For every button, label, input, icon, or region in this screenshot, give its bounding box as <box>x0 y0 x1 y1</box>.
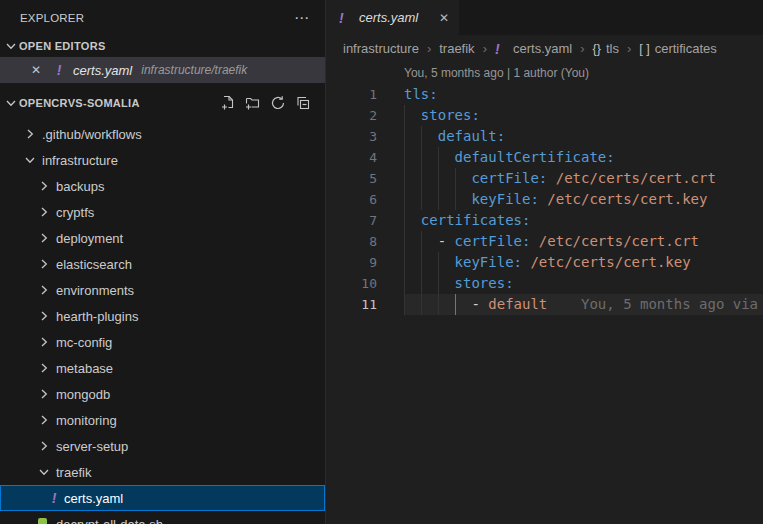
breadcrumb-item-traefik[interactable]: traefik <box>439 41 474 56</box>
tree-item-label: environments <box>56 283 134 298</box>
tree-item-mongodb[interactable]: mongodb <box>0 381 325 407</box>
close-icon[interactable]: ✕ <box>439 11 449 25</box>
code-line-4[interactable]: 4 defaultCertificate: <box>326 147 763 168</box>
tree-item-environments[interactable]: environments <box>0 277 325 303</box>
chevron-down-icon <box>3 95 19 111</box>
line-content: defaultCertificate: <box>404 147 763 168</box>
tree-item-elasticsearch[interactable]: elasticsearch <box>0 251 325 277</box>
code-line-6[interactable]: 6 keyFile: /etc/certs/cert.key <box>326 189 763 210</box>
token-val: /etc/certs/cert.crt <box>530 233 699 249</box>
tree-item-label: backups <box>56 179 104 194</box>
tree-item-traefik[interactable]: traefik <box>0 459 325 485</box>
code-line-3[interactable]: 3 default: <box>326 126 763 147</box>
breadcrumb-separator-icon: › <box>483 41 487 56</box>
gitlens-codelens[interactable]: You, 5 months ago | 1 author (You) <box>326 62 763 84</box>
chevron-right-icon <box>36 308 52 324</box>
tree-item-label: .github/workflows <box>42 127 142 142</box>
token-key: keyFile: <box>471 191 538 207</box>
open-editor-item-certs-yaml[interactable]: ✕ ! certs.yaml infrastructure/traefik <box>0 57 325 83</box>
indent-guide <box>421 231 422 252</box>
line-number: 11 <box>326 294 404 315</box>
workspace-header[interactable]: OPENCRVS-SOMALIA <box>0 92 325 114</box>
indent-guide <box>404 126 405 147</box>
tree-item-metabase[interactable]: metabase <box>0 355 325 381</box>
new-file-icon[interactable] <box>220 95 236 111</box>
tree-item--github-workflows[interactable]: .github/workflows <box>0 121 325 147</box>
refresh-icon[interactable] <box>270 95 286 111</box>
code-line-10[interactable]: 10 stores: <box>326 273 763 294</box>
close-icon[interactable]: ✕ <box>31 63 51 77</box>
tree-item-backups[interactable]: backups <box>0 173 325 199</box>
indent-guide <box>404 168 405 189</box>
token-punct: - <box>471 296 488 312</box>
breadcrumb-separator-icon: › <box>427 41 431 56</box>
indent-guide <box>421 168 422 189</box>
yaml-file-icon: ! <box>495 41 507 57</box>
code-line-9[interactable]: 9 keyFile: /etc/certs/cert.key <box>326 252 763 273</box>
code-line-5[interactable]: 5 certFile: /etc/certs/cert.crt <box>326 168 763 189</box>
indent-guide <box>438 147 439 168</box>
tree-item-monitoring[interactable]: monitoring <box>0 407 325 433</box>
tree-item-label: mc-config <box>56 335 112 350</box>
code-line-1[interactable]: 1tls: <box>326 84 763 105</box>
indent-guide <box>455 168 456 189</box>
tab-certs-yaml[interactable]: ! certs.yaml ✕ <box>326 0 459 35</box>
breadcrumb-separator-icon: › <box>627 41 631 56</box>
token-key: stores: <box>421 107 480 123</box>
indent-guide <box>455 189 456 210</box>
tree-item-cryptfs[interactable]: cryptfs <box>0 199 325 225</box>
tree-item-label: traefik <box>56 465 91 480</box>
breadcrumb-item-certificates[interactable]: [ ]certificates <box>639 41 717 56</box>
chevron-right-icon <box>36 178 52 194</box>
line-number: 3 <box>326 126 404 147</box>
chevron-down-icon <box>22 152 38 168</box>
token-plain <box>404 149 455 165</box>
yaml-file-icon: ! <box>46 490 62 506</box>
tree-item-decrypt-all-data-sh[interactable]: decrypt-all-data.sh <box>0 511 325 524</box>
open-editors-header[interactable]: OPEN EDITORS <box>0 35 325 57</box>
tree-item-server-setup[interactable]: server-setup <box>0 433 325 459</box>
line-content: stores: <box>404 105 763 126</box>
indent-guide <box>404 147 405 168</box>
tree-item-deployment[interactable]: deployment <box>0 225 325 251</box>
code-line-11[interactable]: 11 - defaultYou, 5 months ago via <box>326 294 763 315</box>
breadcrumb-label: infrastructure <box>343 41 419 56</box>
indent-guide <box>404 294 405 315</box>
tree-item-label: deployment <box>56 231 123 246</box>
breadcrumb-item-certs-yaml[interactable]: !certs.yaml <box>495 41 572 57</box>
token-val: default <box>488 296 547 312</box>
code-editor[interactable]: You, 5 months ago | 1 author (You) 1tls:… <box>326 62 763 524</box>
token-val: /etc/certs/cert.key <box>539 191 708 207</box>
tree-item-hearth-plugins[interactable]: hearth-plugins <box>0 303 325 329</box>
indent-guide <box>421 273 422 294</box>
tree-item-infrastructure[interactable]: infrastructure <box>0 147 325 173</box>
indent-guide <box>421 189 422 210</box>
explorer-title-row: EXPLORER ⋯ <box>0 0 325 35</box>
tree-item-certs-yaml[interactable]: !certs.yaml <box>0 485 325 511</box>
code-line-7[interactable]: 7 certificates: <box>326 210 763 231</box>
vscode-window: EXPLORER ⋯ OPEN EDITORS ✕ ! certs.yaml i… <box>0 0 763 524</box>
line-content: - defaultYou, 5 months ago via <box>404 294 763 315</box>
collapse-all-icon[interactable] <box>295 95 311 111</box>
new-folder-icon[interactable] <box>245 95 261 111</box>
indent-guide <box>404 189 405 210</box>
editor-group: ! certs.yaml ✕ infrastructure›traefik›!c… <box>325 0 763 524</box>
code-line-8[interactable]: 8 - certFile: /etc/certs/cert.crt <box>326 231 763 252</box>
chevron-right-icon <box>36 386 52 402</box>
chevron-down-icon <box>3 38 19 54</box>
line-content: - certFile: /etc/certs/cert.crt <box>404 231 763 252</box>
token-plain <box>404 254 455 270</box>
token-plain <box>404 212 421 228</box>
code-line-2[interactable]: 2 stores: <box>326 105 763 126</box>
tree-item-mc-config[interactable]: mc-config <box>0 329 325 355</box>
token-punct: - <box>438 233 455 249</box>
tab-bar: ! certs.yaml ✕ <box>326 0 763 35</box>
indent-guide <box>404 252 405 273</box>
breadcrumb-item-infrastructure[interactable]: infrastructure <box>343 41 419 56</box>
more-actions-icon[interactable]: ⋯ <box>294 9 311 27</box>
tree-item-label: cryptfs <box>56 205 94 220</box>
breadcrumb-label: certificates <box>655 41 717 56</box>
token-key: default: <box>438 128 505 144</box>
indent-guide <box>438 273 439 294</box>
breadcrumb-item-tls[interactable]: {}tls <box>593 41 619 56</box>
